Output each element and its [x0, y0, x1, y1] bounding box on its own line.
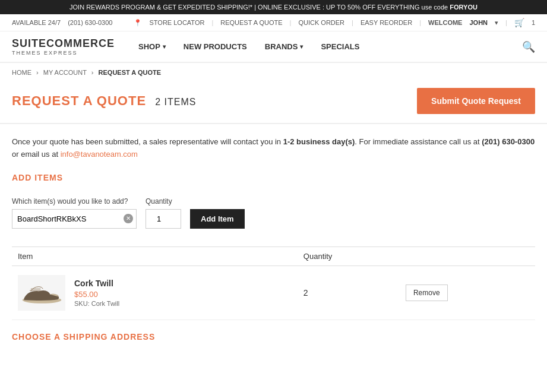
- email-link[interactable]: info@tavanoteam.com: [61, 150, 138, 159]
- page-title: REQUEST A QUOTE 2 Items: [12, 93, 196, 108]
- page-title-area: REQUEST A QUOTE 2 Items: [12, 93, 196, 109]
- remove-button[interactable]: Remove: [406, 284, 448, 301]
- nav-specials[interactable]: SPECIALS: [321, 42, 359, 51]
- quick-order-link[interactable]: QUICK ORDER: [298, 19, 344, 26]
- product-price: $55.00: [74, 290, 119, 299]
- search-icon[interactable]: 🔍: [522, 40, 535, 53]
- svg-rect-2: [30, 288, 40, 289]
- cart-icon[interactable]: 🛒: [514, 18, 524, 27]
- quantity-cell: 2: [298, 265, 400, 320]
- add-item-button[interactable]: Add Item: [190, 209, 245, 229]
- quantity-input[interactable]: [146, 209, 181, 229]
- shipping-section-title: CHOOSE A SHIPPING ADDRESS: [12, 332, 535, 342]
- item-input-wrapper: ✕: [12, 209, 137, 229]
- col-quantity: Quantity: [298, 246, 400, 265]
- info-text: Once your quote has been submitted, a sa…: [0, 136, 547, 173]
- easy-reorder-link[interactable]: EASY REORDER: [361, 19, 412, 26]
- request-quote-link[interactable]: REQUEST A QUOTE: [220, 19, 282, 26]
- banner-code: FORYOU: [450, 4, 478, 11]
- product-sku: SKU: Cork Twill: [74, 300, 119, 307]
- welcome-label: WELCOME: [428, 19, 462, 26]
- secondary-nav-right: 📍 STORE LOCATOR | REQUEST A QUOTE | QUIC…: [134, 18, 535, 27]
- phone-link[interactable]: (201) 630-0300: [68, 19, 112, 26]
- col-actions: [400, 246, 535, 265]
- table-row: Cork Twill $55.00 SKU: Cork Twill 2 Remo…: [12, 265, 535, 320]
- top-banner: JOIN REWARDS PROGRAM & GET EXPEDITED SHI…: [0, 0, 547, 14]
- quantity-label: Quantity: [146, 197, 181, 206]
- item-count: 2 Items: [155, 97, 196, 107]
- quantity-form-group: Quantity: [146, 197, 181, 229]
- submit-quote-button[interactable]: Submit Quote Request: [417, 88, 535, 114]
- nav-shop[interactable]: SHOP ▾: [138, 42, 166, 51]
- item-input-label: Which item(s) would you like to add?: [12, 197, 137, 206]
- items-table: Item Quantity: [12, 246, 535, 320]
- page-header: REQUEST A QUOTE 2 Items Submit Quote Req…: [0, 82, 547, 124]
- logo: SUITECOMMERCE THEMES EXPRESS: [12, 37, 115, 56]
- item-form-group: Which item(s) would you like to add? ✕: [12, 197, 137, 229]
- cart-count: 1: [532, 19, 535, 26]
- nav-new-products[interactable]: NEW PRODUCTS: [184, 42, 247, 51]
- chevron-down-icon: ▾: [495, 19, 498, 27]
- shipping-section: CHOOSE A SHIPPING ADDRESS: [0, 320, 547, 347]
- chevron-down-icon: ▾: [300, 43, 303, 50]
- product-image: [18, 275, 65, 311]
- pin-icon: 📍: [134, 19, 142, 27]
- secondary-nav: AVAILABLE 24/7 (201) 630-0300 📍 STORE LO…: [0, 14, 547, 31]
- banner-text: JOIN REWARDS PROGRAM & GET EXPEDITED SHI…: [69, 4, 450, 11]
- logo-main-text: SUITECOMMERCE: [12, 37, 115, 49]
- breadcrumb-my-account[interactable]: MY ACCOUNT: [43, 69, 87, 76]
- chevron-down-icon: ▾: [163, 43, 166, 50]
- logo-sub-text: THEMES EXPRESS: [12, 50, 115, 56]
- store-locator-link[interactable]: STORE LOCATOR: [149, 19, 204, 26]
- actions-cell: Remove: [400, 265, 535, 320]
- breadcrumb: HOME › MY ACCOUNT › REQUEST A QUOTE: [0, 63, 547, 82]
- product-info: Cork Twill $55.00 SKU: Cork Twill: [18, 275, 292, 311]
- secondary-nav-left: AVAILABLE 24/7 (201) 630-0300: [12, 19, 112, 26]
- clear-input-button[interactable]: ✕: [124, 214, 133, 223]
- user-name: JOHN: [469, 19, 488, 26]
- item-search-input[interactable]: [12, 209, 137, 229]
- nav-items: SHOP ▾ NEW PRODUCTS BRANDS ▾ SPECIALS: [138, 42, 522, 51]
- col-item: Item: [12, 246, 298, 265]
- product-details: Cork Twill $55.00 SKU: Cork Twill: [74, 279, 119, 307]
- available-text: AVAILABLE 24/7: [12, 19, 61, 26]
- add-items-section-title: ADD ITEMS: [0, 173, 547, 191]
- main-nav: SUITECOMMERCE THEMES EXPRESS SHOP ▾ NEW …: [0, 31, 547, 63]
- product-cell: Cork Twill $55.00 SKU: Cork Twill: [12, 265, 298, 320]
- breadcrumb-home[interactable]: HOME: [12, 69, 31, 76]
- breadcrumb-current: REQUEST A QUOTE: [99, 69, 162, 76]
- nav-brands[interactable]: BRANDS ▾: [265, 42, 303, 51]
- product-name: Cork Twill: [74, 279, 119, 288]
- add-items-form: Which item(s) would you like to add? ✕ Q…: [0, 191, 547, 246]
- svg-rect-1: [29, 290, 40, 291]
